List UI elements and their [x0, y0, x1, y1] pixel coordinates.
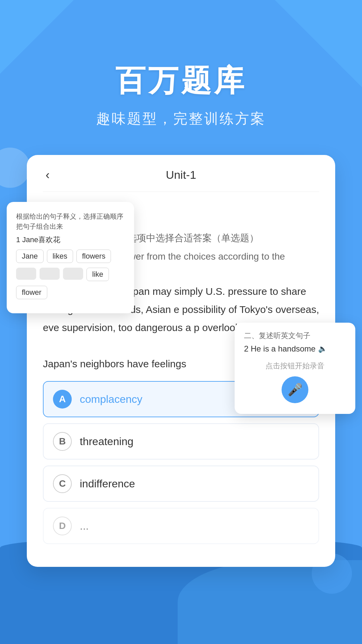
- overlay-dictation-card: 二、复述听英文句子 2 He is a handsome 🔈 点击按钮开始录音 …: [235, 323, 355, 414]
- main-title: 百万题库: [115, 60, 247, 101]
- card-header: ‹ Unit-1: [43, 168, 319, 192]
- header-area: 百万题库 趣味题型，完整训练方案: [0, 0, 362, 148]
- choice-a-circle: A: [53, 390, 72, 409]
- word-slot-2: [40, 268, 60, 280]
- choice-c-circle: C: [53, 474, 72, 493]
- word-slot-3: [63, 268, 83, 280]
- card-area: 根据给出的句子释义，选择正确顺序把句子组合出来 1 Jane喜欢花 Jane l…: [27, 155, 335, 567]
- choice-d[interactable]: D ...: [43, 508, 319, 544]
- word-chip-likes[interactable]: likes: [47, 250, 73, 263]
- page-content: 百万题库 趣味题型，完整训练方案 根据给出的句子释义，选择正确顺序把句子组合出来…: [0, 0, 362, 567]
- choice-d-text: ...: [80, 520, 89, 532]
- speaker-icon[interactable]: 🔈: [318, 344, 327, 353]
- dictation-sentence-text: 2 He is a handsome: [244, 344, 315, 354]
- choice-c[interactable]: C indifference: [43, 466, 319, 502]
- overlay-sentence-card: 根据给出的句子释义，选择正确顺序把句子组合出来 1 Jane喜欢花 Jane l…: [7, 202, 134, 313]
- choice-b-circle: B: [53, 432, 72, 451]
- choice-b-text: threatening: [80, 435, 133, 448]
- overlay-sentence-label: 1 Jane喜欢花: [16, 235, 125, 245]
- word-chip-flower[interactable]: flower: [16, 286, 47, 299]
- sub-title: 趣味题型，完整训练方案: [96, 109, 266, 128]
- word-chips-available: Jane likes flowers: [16, 250, 125, 263]
- word-chip-flowers[interactable]: flowers: [76, 250, 111, 263]
- mic-button[interactable]: 🎤: [282, 376, 308, 403]
- word-chip-jane[interactable]: Jane: [16, 250, 44, 263]
- back-button[interactable]: ‹: [43, 165, 52, 185]
- overlay-sentence-title: 根据给出的句子释义，选择正确顺序把句子组合出来: [16, 211, 125, 231]
- word-slot-1: [16, 268, 36, 280]
- choice-d-circle: D: [53, 517, 72, 535]
- word-chips-extra: flower: [16, 286, 125, 299]
- record-prompt: 点击按钮开始录音: [244, 361, 346, 371]
- choice-c-text: indifference: [80, 478, 135, 490]
- dictation-sentence: 2 He is a handsome 🔈: [244, 344, 346, 354]
- choice-a-text: complacency: [80, 393, 142, 406]
- word-chips-slots: like: [16, 268, 125, 281]
- unit-title: Unit-1: [166, 168, 196, 181]
- dictation-label: 二、复述听英文句子: [244, 331, 346, 341]
- word-chip-like[interactable]: like: [86, 268, 109, 281]
- mic-icon: 🎤: [288, 383, 303, 397]
- choice-b[interactable]: B threatening: [43, 423, 319, 460]
